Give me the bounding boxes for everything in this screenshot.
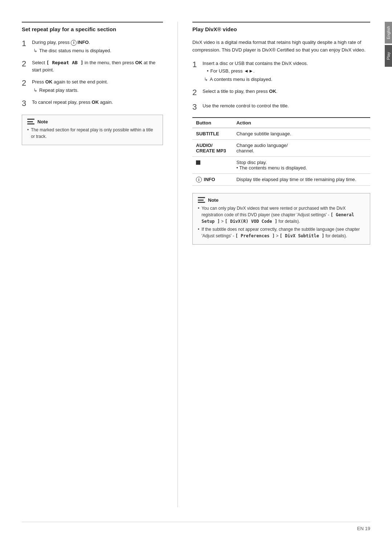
step-1-sub-text: The disc status menu is displayed. <box>39 47 111 54</box>
table-col-button: Button <box>192 118 233 128</box>
page-container: Set repeat play for a specific section 1… <box>0 0 392 553</box>
right-step-1-number: 1 <box>192 60 203 69</box>
step-1-number: 1 <box>22 39 32 48</box>
left-note-label: Note <box>37 119 48 124</box>
right-column: English Play Play DivX® video DivX video… <box>178 22 370 507</box>
left-column: Set repeat play for a specific section 1… <box>22 22 178 507</box>
step-2a-content: Select [ Repeat AB ] in the menu, then p… <box>32 59 163 73</box>
table-cell-audio-btn: AUDIO/CREATE MP3 <box>192 139 233 156</box>
arrow-icon-r1: ↳ <box>204 76 208 83</box>
step-2b: 2 Press OK again to set the end point. ↳… <box>22 78 163 94</box>
step-2a: 2 Select [ Repeat AB ] in the menu, then… <box>22 59 163 73</box>
table-row-stop: Stop disc play. • The contents menu is d… <box>192 156 370 173</box>
arrow-icon-2: ↳ <box>33 87 37 94</box>
table-row-audio: AUDIO/CREATE MP3 Change audio language/c… <box>192 139 370 156</box>
note-icon-left <box>27 119 34 124</box>
step-1-sub: ↳ The disc status menu is displayed. <box>32 47 163 54</box>
step-2b-sub: ↳ Repeat play starts. <box>32 87 163 94</box>
right-note-item-2: If the subtitle does not appear correctl… <box>198 226 365 239</box>
info-icon: i <box>71 40 77 46</box>
stop-square-icon <box>196 160 200 165</box>
page-footer: EN 19 <box>22 522 370 531</box>
table-col-action: Action <box>233 118 370 128</box>
tab-play-label: Play <box>386 52 391 60</box>
right-note-header: Note <box>198 197 365 203</box>
left-note-item-1-text: The marked section for repeat play is on… <box>31 127 158 140</box>
table-cell-info-action: Display title elapsed play time or title… <box>233 173 370 186</box>
table-row-subtitle: SUBTITLE Change subtitle language. <box>192 128 370 139</box>
step-2b-sub-text: Repeat play starts. <box>39 87 78 94</box>
note-icon-right <box>198 197 205 203</box>
table-cell-stop-action: Stop disc play. • The contents menu is d… <box>233 156 370 173</box>
table-info-icon: i <box>196 177 202 183</box>
content-area: Set repeat play for a specific section 1… <box>22 22 370 507</box>
table-row-info: i INFO Display title elapsed play time o… <box>192 173 370 186</box>
right-note-text: You can only play DivX videos that were … <box>198 205 365 239</box>
left-note-item-1: The marked section for repeat play is on… <box>27 127 158 140</box>
table-cell-stop-btn <box>192 156 233 173</box>
left-note-header: Note <box>27 119 158 124</box>
step-3-number: 3 <box>22 99 32 108</box>
right-step-3: 3 Use the remote control to control the … <box>192 102 370 112</box>
step-2b-content: Press OK again to set the end point. ↳ R… <box>32 78 163 94</box>
step-2b-number: 2 <box>22 78 32 88</box>
right-step-1-sub1: For USB, press ◄►. <box>203 67 370 75</box>
arrow-icon: ↳ <box>33 47 37 54</box>
right-step-1: 1 Insert a disc or USB that contains the… <box>192 60 370 83</box>
page-number: EN 19 <box>357 526 370 531</box>
right-section-intro: DivX video is a digital media format tha… <box>192 39 370 54</box>
right-step-2-content: Select a title to play, then press OK. <box>203 88 370 95</box>
right-step-1-content: Insert a disc or USB that contains the D… <box>203 60 370 83</box>
left-note-text: The marked section for repeat play is on… <box>27 127 158 140</box>
tab-english[interactable]: English <box>385 22 392 44</box>
tab-play[interactable]: Play <box>385 45 392 67</box>
step-2a-number: 2 <box>22 59 32 69</box>
right-note-item-1-text: You can only play DivX videos that were … <box>201 205 365 225</box>
table-cell-info-btn: i INFO <box>192 173 233 186</box>
right-step-3-number: 3 <box>192 102 203 112</box>
right-note-item-1: You can only play DivX videos that were … <box>198 205 365 225</box>
left-note-box: Note The marked section for repeat play … <box>22 115 163 145</box>
right-note-label: Note <box>208 197 219 203</box>
table-cell-subtitle-action: Change subtitle language. <box>233 128 370 139</box>
right-section-heading: Play DivX® video <box>192 22 370 32</box>
step-3-content: To cancel repeat play, press OK again. <box>32 99 163 106</box>
right-step-3-content: Use the remote control to control the ti… <box>203 102 370 110</box>
right-note-box: Note You can only play DivX videos that … <box>192 193 370 245</box>
right-step-1-sub1-text: For USB, press ◄►. <box>211 67 255 75</box>
side-tabs: English Play <box>385 22 392 67</box>
right-step-1-sub2: ↳ A contents menu is displayed. <box>203 76 370 83</box>
right-step-2: 2 Select a title to play, then press OK. <box>192 88 370 97</box>
right-step-2-number: 2 <box>192 88 203 97</box>
right-step-1-sub2-text: A contents menu is displayed. <box>210 76 272 83</box>
stop-sub-text: • The contents menu is displayed. <box>236 165 307 171</box>
step-3: 3 To cancel repeat play, press OK again. <box>22 99 163 108</box>
left-section-heading: Set repeat play for a specific section <box>22 22 163 32</box>
button-action-table: Button Action SUBTITLE Change subtitle l… <box>192 117 370 186</box>
table-cell-audio-action: Change audio language/channel. <box>233 139 370 156</box>
table-cell-subtitle-btn: SUBTITLE <box>192 128 233 139</box>
step-1: 1 During play, press iINFO. ↳ The disc s… <box>22 39 163 54</box>
tab-english-label: English <box>386 26 391 39</box>
right-note-item-2-text: If the subtitle does not appear correctl… <box>201 226 365 239</box>
step-1-content: During play, press iINFO. ↳ The disc sta… <box>32 39 163 54</box>
